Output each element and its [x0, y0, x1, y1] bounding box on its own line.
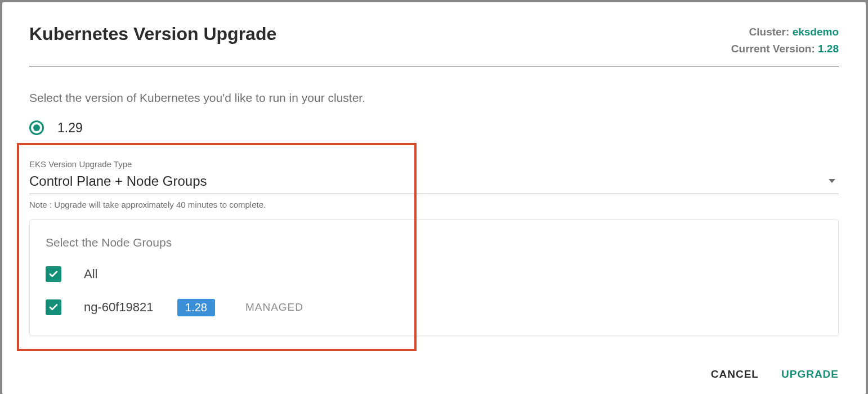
checkbox-checked-icon[interactable]: [46, 266, 61, 282]
node-group-version-badge: 1.28: [177, 299, 215, 316]
node-group-name: ng-60f19821: [84, 300, 168, 315]
upgrade-dialog: Kubernetes Version Upgrade Cluster: eksd…: [2, 2, 866, 394]
node-groups-panel: Select the Node Groups All ng-60f19821 1…: [29, 220, 839, 336]
dialog-footer: CANCEL UPGRADE: [711, 368, 839, 380]
node-group-type: MANAGED: [245, 301, 303, 314]
dialog-title: Kubernetes Version Upgrade: [29, 24, 276, 44]
instruction-text: Select the version of Kubernetes you'd l…: [29, 91, 839, 105]
upgrade-button[interactable]: UPGRADE: [781, 368, 839, 380]
dialog-header: Kubernetes Version Upgrade Cluster: eksd…: [29, 24, 839, 66]
current-version-label: Current Version:: [731, 43, 815, 55]
node-group-item-row[interactable]: ng-60f19821 1.28 MANAGED: [46, 299, 822, 316]
node-group-all-row[interactable]: All: [46, 266, 822, 282]
cluster-info: Cluster: eksdemo Current Version: 1.28: [731, 24, 839, 58]
upgrade-type-value: Control Plane + Node Groups: [29, 173, 207, 189]
node-groups-title: Select the Node Groups: [46, 236, 822, 249]
version-option-label: 1.29: [57, 120, 83, 136]
checkbox-checked-icon[interactable]: [46, 299, 61, 315]
cluster-label: Cluster:: [749, 26, 790, 38]
cluster-name: eksdemo: [793, 26, 839, 38]
version-radio-row[interactable]: 1.29: [29, 120, 839, 136]
radio-selected-icon[interactable]: [29, 120, 44, 135]
upgrade-type-label: EKS Version Upgrade Type: [29, 159, 839, 169]
cancel-button[interactable]: CANCEL: [711, 368, 759, 380]
node-group-all-label: All: [84, 267, 168, 281]
upgrade-type-section: EKS Version Upgrade Type Control Plane +…: [29, 159, 839, 336]
upgrade-type-select[interactable]: Control Plane + Node Groups: [29, 170, 839, 194]
upgrade-note: Note : Upgrade will take approximately 4…: [29, 200, 839, 209]
current-version-value: 1.28: [818, 43, 839, 55]
chevron-down-icon: [829, 179, 835, 183]
